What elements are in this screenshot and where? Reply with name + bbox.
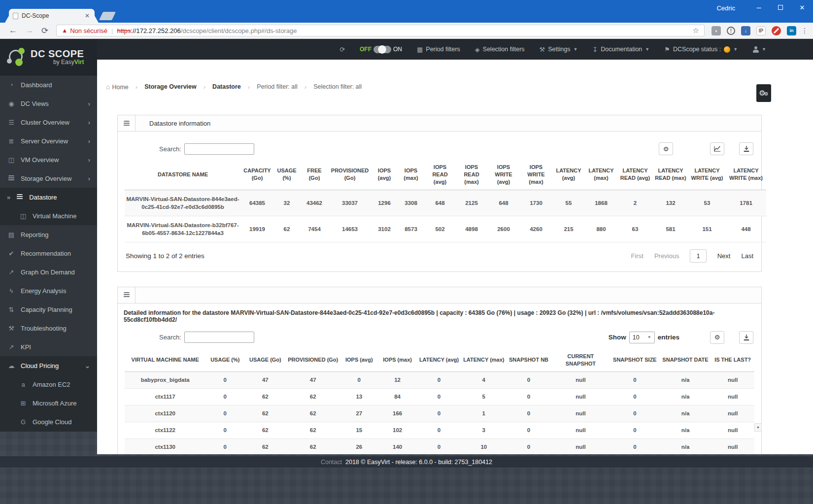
column-header[interactable]: CURRENT SNAPSHOT bbox=[551, 349, 610, 371]
column-header[interactable]: LATENCY WRITE (max) bbox=[726, 160, 766, 190]
sidebar-item-datastore[interactable]: »Datastore bbox=[0, 188, 97, 206]
tab-close-icon[interactable]: ✕ bbox=[84, 12, 91, 19]
table-row[interactable]: MARVIN-Virtual-SAN-Datastore-844e3aed-0c… bbox=[125, 190, 766, 216]
column-header[interactable]: USAGE (Go) bbox=[244, 349, 286, 371]
column-header[interactable]: SNAPSHOT DATE bbox=[660, 349, 711, 371]
column-header[interactable]: LATENCY (max) bbox=[461, 349, 506, 371]
sidebar-item-server-overview[interactable]: ≣Server Overview› bbox=[0, 132, 97, 150]
column-header[interactable]: SNAPSHOT SIZE bbox=[610, 349, 660, 371]
column-header[interactable]: LATENCY READ (max) bbox=[653, 160, 688, 190]
table-row[interactable]: ctx1117062621384050null0n/anull bbox=[125, 388, 754, 405]
sidebar-item-amazon-ec2[interactable]: aAmazon EC2 bbox=[0, 375, 97, 394]
pagination-page-1[interactable]: 1 bbox=[690, 249, 706, 263]
sidebar-item-graph-on-demand[interactable]: ↗Graph On Demand bbox=[0, 263, 97, 281]
sidebar-item-vm-overview[interactable]: ◫VM Overview› bbox=[0, 150, 97, 169]
dcscope-status-menu[interactable]: ⚑ DCScope status : ▼ bbox=[664, 46, 738, 53]
breadcrumb-period-filter[interactable]: Period filter: all bbox=[257, 83, 298, 90]
sidebar-item-capacity-planning[interactable]: ⇅Capacity Planning bbox=[0, 300, 97, 319]
pagination-previous[interactable]: Previous bbox=[654, 252, 679, 260]
sidebar-item-kpi[interactable]: ↗KPI bbox=[0, 337, 97, 356]
export-button[interactable] bbox=[739, 331, 753, 344]
extension-blocker-icon[interactable] bbox=[772, 26, 781, 35]
column-header[interactable]: LATENCY (avg) bbox=[417, 349, 462, 371]
sidebar-item-google-cloud[interactable]: GGoogle Cloud bbox=[0, 412, 97, 431]
sidebar-item-troubleshooting[interactable]: ⚒Troubleshooting bbox=[0, 319, 97, 337]
column-header[interactable]: FREE (Go) bbox=[300, 160, 329, 190]
bookmark-star-icon[interactable]: ☆ bbox=[693, 26, 699, 35]
window-minimize-button[interactable]: ─ bbox=[748, 0, 770, 15]
breadcrumb-selection-filter[interactable]: Selection filter: all bbox=[313, 83, 362, 90]
column-settings-button[interactable]: ⚙ bbox=[710, 331, 724, 344]
scroll-down-button[interactable]: ▼ bbox=[754, 423, 762, 432]
sidebar-item-dashboard[interactable]: ◔Dashboard bbox=[0, 75, 97, 94]
settings-menu[interactable]: ⚒ Settings ▼ bbox=[540, 46, 578, 53]
column-header[interactable]: PROVISIONED (Go) bbox=[329, 160, 371, 190]
export-button[interactable] bbox=[739, 142, 753, 155]
security-warning-label[interactable]: Non sécurisé bbox=[70, 27, 107, 34]
sidebar-item-virtual-machine[interactable]: ◫Virtual Machine bbox=[0, 206, 97, 225]
sidebar-item-microsoft-azure[interactable]: ⊞Microsoft Azure bbox=[0, 394, 97, 412]
chart-view-button[interactable] bbox=[710, 142, 724, 155]
refresh-button[interactable]: ⟳ bbox=[339, 46, 345, 53]
period-filters-button[interactable]: ▦ Period filters bbox=[417, 46, 460, 53]
url-bar[interactable]: ▲ Non sécurisé | https ://172.27.252.206… bbox=[56, 25, 705, 36]
pagination-next[interactable]: Next bbox=[717, 252, 731, 260]
selection-filters-button[interactable]: ◈ Selection filters bbox=[475, 46, 525, 53]
footer-contact-link[interactable]: Contact bbox=[321, 459, 342, 466]
column-header[interactable]: IOPS (avg) bbox=[340, 349, 378, 371]
column-header[interactable]: IOPS READ (max) bbox=[456, 160, 487, 190]
search-input[interactable] bbox=[184, 332, 254, 343]
browser-menu-icon[interactable]: ⋮ bbox=[801, 27, 808, 34]
column-header[interactable]: LATENCY (avg) bbox=[552, 160, 585, 190]
window-maximize-button[interactable] bbox=[770, 0, 791, 15]
table-row[interactable]: MARVIN-Virtual-SAN-Datastore-b32bf767-6b… bbox=[125, 216, 766, 242]
column-header[interactable]: LATENCY READ (avg) bbox=[617, 160, 653, 190]
sidebar-item-cloud-pricing[interactable]: ☁Cloud Pricing⌄ bbox=[0, 356, 97, 375]
browser-profile-name[interactable]: Cedric bbox=[716, 4, 735, 12]
column-header[interactable]: IOPS (avg) bbox=[371, 160, 398, 190]
column-header[interactable]: DATASTORE NAME bbox=[125, 160, 241, 190]
column-header[interactable]: CAPACITY (Go) bbox=[241, 160, 273, 190]
extension-download-icon[interactable]: ↓ bbox=[741, 26, 750, 35]
auto-refresh-toggle[interactable]: OFF ON bbox=[360, 46, 402, 53]
column-header[interactable]: USAGE (%) bbox=[205, 349, 244, 371]
column-header[interactable]: IOPS WRITE (max) bbox=[520, 160, 552, 190]
column-header[interactable]: IOPS (max) bbox=[378, 349, 417, 371]
forward-icon[interactable]: → bbox=[25, 26, 34, 35]
window-close-button[interactable]: ✕ bbox=[791, 0, 813, 15]
extension-icon-1[interactable]: ◗ bbox=[711, 26, 721, 35]
table-row[interactable]: babyprox_bigdata04747012040null0n/anull bbox=[125, 371, 754, 388]
column-header[interactable]: IOPS READ (avg) bbox=[424, 160, 456, 190]
column-header[interactable]: PROVISIONED (Go) bbox=[286, 349, 340, 371]
extension-linkedin-icon[interactable]: in bbox=[787, 26, 796, 35]
sidebar-item-dc-views[interactable]: ◉DC Views› bbox=[0, 94, 97, 113]
pagination-last[interactable]: Last bbox=[741, 252, 753, 260]
sidebar-item-reporting[interactable]: ▤Reporting bbox=[0, 225, 97, 244]
app-logo[interactable]: DC SCOPE by EasyVirt bbox=[0, 39, 97, 75]
column-settings-button[interactable]: ⚙ bbox=[659, 142, 673, 155]
column-header[interactable]: LATENCY (max) bbox=[585, 160, 617, 190]
sidebar-item-cluster-overview[interactable]: ☰Cluster Overview› bbox=[0, 113, 97, 132]
search-input[interactable] bbox=[184, 143, 254, 155]
user-menu[interactable]: ▼ bbox=[752, 46, 766, 53]
breadcrumb-storage-overview[interactable]: Storage Overview bbox=[144, 83, 197, 90]
documentation-menu[interactable]: ↧ Documentation ▼ bbox=[592, 46, 649, 53]
reload-icon[interactable]: ⟳ bbox=[41, 26, 48, 36]
breadcrumb-home[interactable]: ⌂Home bbox=[106, 83, 129, 91]
extension-ip-icon[interactable]: IP bbox=[756, 26, 766, 35]
sidebar-item-recommendation[interactable]: ✔Recommendation bbox=[0, 244, 97, 263]
table-row[interactable]: ctx113006262261400100null0n/anull bbox=[125, 438, 754, 454]
column-header[interactable]: LATENCY WRITE (avg) bbox=[688, 160, 726, 190]
security-warning-icon[interactable]: ▲ bbox=[62, 27, 68, 34]
quick-settings-tab[interactable]: ⚙⚙ bbox=[756, 84, 771, 102]
table-row[interactable]: ctx11200626227166010null0n/anull bbox=[125, 405, 754, 422]
table-row[interactable]: ctx11220626215102030null0n/anull bbox=[125, 422, 754, 438]
column-header[interactable]: SNAPSHOT NB bbox=[506, 349, 551, 371]
browser-tab[interactable]: DC-Scope ✕ bbox=[9, 9, 95, 23]
toggle-switch[interactable] bbox=[373, 46, 391, 53]
back-icon[interactable]: ← bbox=[9, 26, 17, 35]
new-tab-button[interactable] bbox=[99, 12, 116, 20]
breadcrumb-datastore[interactable]: Datastore bbox=[212, 83, 241, 90]
sidebar-item-storage-overview[interactable]: Storage Overview› bbox=[0, 169, 97, 188]
column-header[interactable]: USAGE (%) bbox=[273, 160, 300, 190]
